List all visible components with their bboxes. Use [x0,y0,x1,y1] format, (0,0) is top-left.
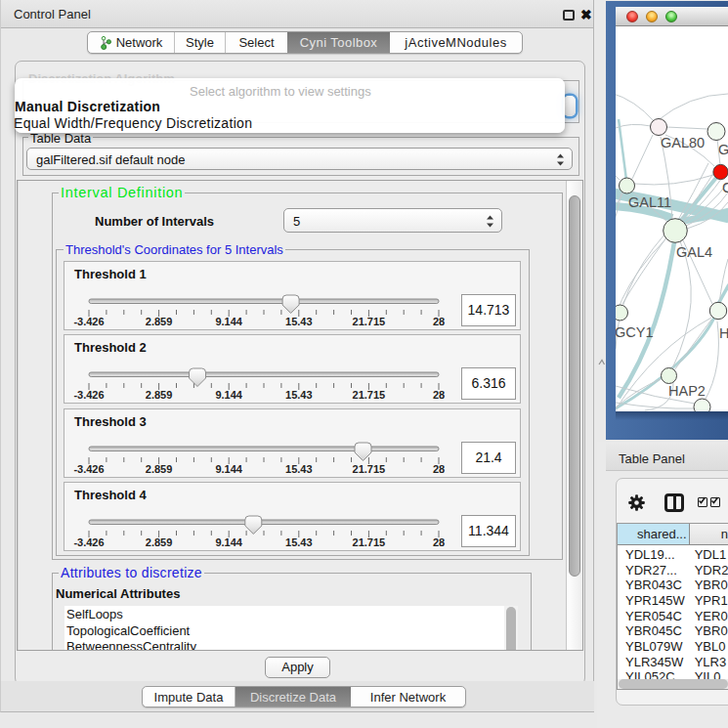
svg-text:2.859: 2.859 [146,389,173,401]
svg-text:2.859: 2.859 [146,316,173,327]
svg-text:GAL80: GAL80 [661,135,705,150]
svg-text:-3.426: -3.426 [73,316,104,327]
svg-text:GAL11: GAL11 [628,194,671,210]
svg-text:15.43: 15.43 [285,463,313,475]
svg-text:-3.426: -3.426 [73,536,104,548]
svg-text:9.144: 9.144 [215,316,242,327]
svg-text:28: 28 [433,316,445,327]
svg-text:C: C [722,180,728,195]
svg-text:9.144: 9.144 [215,463,242,475]
svg-text:-3.426: -3.426 [73,389,104,401]
svg-text:15.43: 15.43 [285,389,313,401]
svg-text:GCY1: GCY1 [616,324,654,340]
svg-text:G.: G. [718,142,728,157]
svg-text:28: 28 [433,389,445,401]
svg-text:GAL4: GAL4 [676,244,712,260]
svg-text:21.715: 21.715 [353,463,386,475]
svg-text:28: 28 [433,463,445,475]
svg-text:21.715: 21.715 [353,536,386,548]
svg-text:9.144: 9.144 [215,389,242,401]
svg-text:9.144: 9.144 [215,536,242,548]
svg-text:21.715: 21.715 [353,389,386,401]
svg-text:H: H [719,325,728,341]
svg-text:HAP2: HAP2 [668,383,706,399]
svg-text:2.859: 2.859 [146,536,173,548]
svg-text:15.43: 15.43 [285,536,313,548]
svg-text:2.859: 2.859 [146,463,173,475]
svg-text:28: 28 [433,536,445,548]
svg-text:21.715: 21.715 [353,316,386,327]
svg-text:-3.426: -3.426 [73,463,104,475]
svg-text:15.43: 15.43 [285,316,313,327]
